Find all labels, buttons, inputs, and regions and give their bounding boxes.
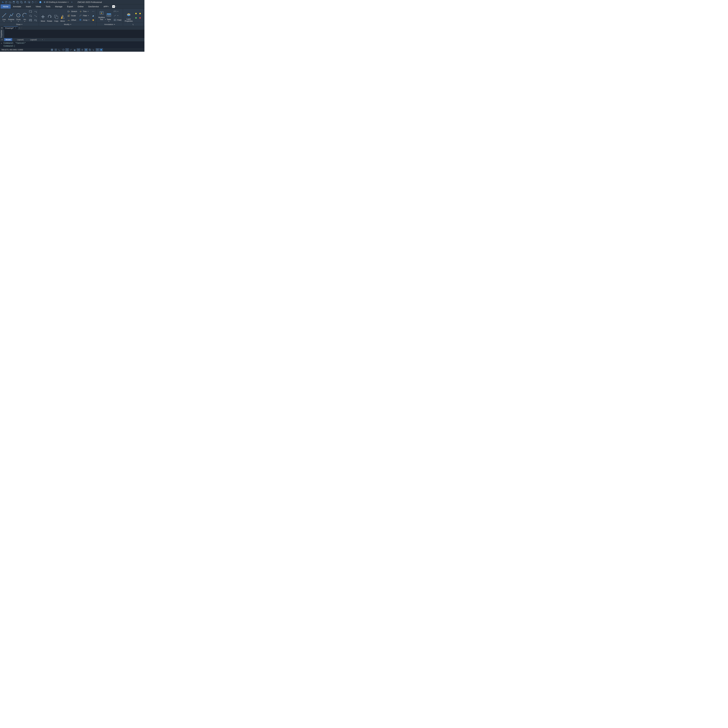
dynamic-ucs-toggle[interactable] [92,48,95,51]
rotate-button[interactable]: Rotate [46,9,53,22]
open-icon[interactable] [8,1,12,4]
save-icon[interactable] [12,1,15,4]
chevron-down-icon: ▼ [67,2,69,3]
grid-toggle[interactable] [50,48,54,51]
cycling-toggle[interactable] [88,48,92,51]
properties-panel-collapsed[interactable]: Properties [0,30,3,38]
tab-manage[interactable]: Manage [53,5,65,9]
command-window-close-icon[interactable]: ✕ [1,42,2,44]
fillet-button[interactable]: Fillet▼ [79,14,90,18]
layout-tab-model[interactable]: Model [4,38,12,41]
close-icon[interactable]: ✕ [15,27,16,29]
break-button[interactable] [91,10,95,13]
mirror-button[interactable]: Mirror [60,9,66,22]
command-prompt-line[interactable]: Command: [1,45,143,47]
redo-icon[interactable]: ▼ [35,1,38,4]
titlebar: ∿ ▼ ▼ ? ⚙ 2D Drafting & Annotation ▼ ▾ Z… [0,0,144,5]
linear-dim-button[interactable]: ▼ [113,9,122,14]
svg-rect-6 [21,2,23,3]
workspace-selector[interactable]: ⚙ 2D Drafting & Annotation ▼ [44,1,69,3]
explode-button[interactable] [91,18,95,22]
move-button[interactable]: Move [40,9,46,22]
osnap-toggle[interactable] [66,48,69,51]
layer-properties-button[interactable]: Layer Properties [124,9,134,22]
tab-home[interactable]: Home [1,5,11,9]
tab-annotate[interactable]: Annotate [11,5,23,9]
model-toggle[interactable] [84,48,88,51]
saveas-icon[interactable] [16,1,19,4]
lwt-toggle[interactable] [81,48,84,51]
layer-freeze-icon[interactable] [138,12,142,15]
layer-off-icon[interactable] [134,12,138,15]
scale-button[interactable]: Scale [67,14,78,18]
svg-rect-17 [10,14,11,15]
hatch-button[interactable]: ▼ [29,18,32,22]
leader-button[interactable]: ▼ [113,14,122,18]
file-tab-active[interactable]: Drawing4* ✕ [4,26,18,29]
new-icon[interactable] [5,1,8,4]
dynamic-input-toggle[interactable] [77,48,80,51]
stretch-button[interactable]: Stretch [67,9,78,14]
trim-button[interactable]: Trim▼ [79,9,90,14]
line-icon [2,13,6,18]
polar-toggle[interactable] [62,48,65,51]
region-button[interactable]: ▼ [34,18,37,22]
layer-isolate-icon[interactable] [138,16,142,20]
circle-button[interactable]: Circle ▼ [15,9,21,22]
panel-annotation-label[interactable]: Annotation▼ [97,23,123,26]
ribbon: Line ▼ Polyline ▼ Circle ▼ Arc ▼ [0,9,144,26]
multiline-text-button[interactable]: A Multiline Text ▼ [98,9,106,22]
print-icon[interactable] [24,1,27,4]
stretch-icon [67,10,70,13]
rectangle-button[interactable]: ▼ [29,10,32,13]
app-logo[interactable]: ∿ [1,1,4,4]
erase-button[interactable] [91,14,95,17]
quick-properties-toggle[interactable] [96,48,99,51]
status-bar: 789.6273, 493.5483, 0.0000 [0,48,144,52]
tab-insert[interactable]: Insert [23,5,33,9]
panel-modify-label[interactable]: Modify▼ [39,23,96,26]
copy-button[interactable]: Copy [53,9,60,22]
spline-button[interactable]: ▼ [34,10,37,13]
tab-app-plus[interactable]: APP+ [101,5,111,9]
otrack-toggle[interactable] [69,48,72,51]
ortho-toggle[interactable] [58,48,61,51]
snap-toggle[interactable] [54,48,57,51]
tab-tools[interactable]: Tools [43,5,53,9]
drawing-canvas[interactable]: L (LINE) LA (LAYER) LAS (LAYERSTATE) LAS… [5,30,144,38]
ellipse-button[interactable]: ▼ [29,14,32,17]
quickaccess-customize-icon[interactable]: ▾ [70,1,73,4]
line-button[interactable]: Line ▼ [1,9,7,22]
svg-point-73 [55,49,56,50]
table-button[interactable]: Table ▼ [106,9,112,22]
offset-button[interactable]: Offset [67,18,78,22]
status-coordinates[interactable]: 789.6273, 493.5483, 0.0000 [1,49,23,51]
layer-lock-icon[interactable] [134,16,138,20]
add-file-tab-icon[interactable]: + [19,27,20,29]
add-layout-tab-icon[interactable]: + [42,38,43,41]
saveall-icon[interactable] [20,1,23,4]
tab-views[interactable]: Views [33,5,43,9]
panel-layer-label[interactable]: L [123,23,144,26]
polyline-button[interactable]: Polyline ▼ [7,9,15,22]
field-button[interactable]: FField [113,18,122,22]
tab-geoservice[interactable]: GeoService [86,5,101,9]
command-window[interactable]: ✕ Command: *Cancel* Command: [0,41,144,48]
panel-draw-label[interactable]: Draw▼ [0,23,39,26]
point-button[interactable]: ▼ [34,14,37,17]
arc-button[interactable]: Arc ▼ [21,9,28,22]
plot-preview-icon[interactable] [28,1,31,4]
layout-tab-layout2[interactable]: Layout2 [29,38,38,41]
array-button[interactable]: Array▼ [79,18,90,22]
tab-export[interactable]: Export [65,5,75,9]
layout-tab-layout1[interactable]: Layout1 [15,38,25,41]
copy-icon [54,15,58,19]
help-icon[interactable]: ? [39,1,42,4]
undo-icon[interactable]: ▼ [31,1,34,4]
lineweight-toggle[interactable] [73,48,76,51]
file-tabs-menu-icon[interactable]: ≡ [1,27,3,29]
layout-tabs-menu-icon[interactable]: ≡ [2,38,3,41]
selection-filter-toggle[interactable] [99,48,103,51]
tab-online[interactable]: Online [75,5,86,9]
ribbon-toggle[interactable]: ▲▼ [112,5,116,9]
